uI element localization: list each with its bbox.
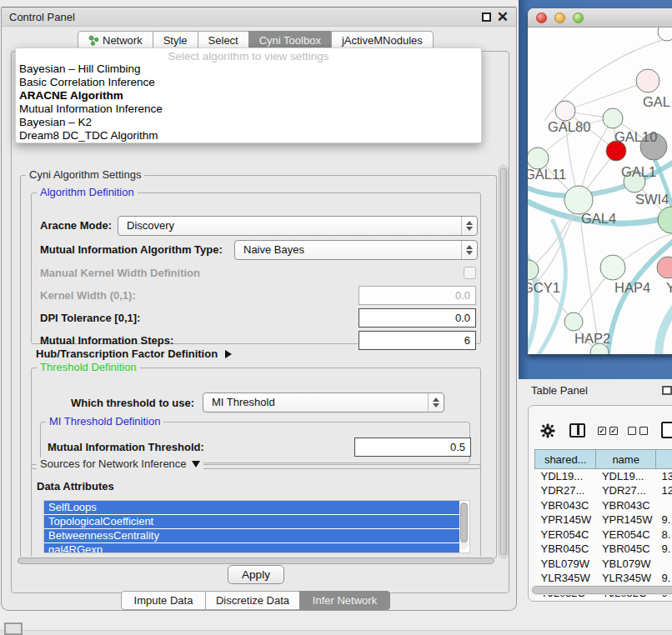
which-threshold-select[interactable]: MI Threshold bbox=[203, 392, 444, 412]
close-traffic-light[interactable] bbox=[536, 12, 547, 23]
gear-icon[interactable] bbox=[540, 423, 555, 438]
table-cell[interactable]: YER054C bbox=[535, 528, 596, 542]
network-node-gal80[interactable] bbox=[555, 101, 575, 121]
data-attribute-item[interactable]: BetweennessCentrality bbox=[44, 529, 459, 542]
table-cell[interactable]: YBR045C bbox=[596, 542, 656, 557]
columns-icon[interactable] bbox=[569, 423, 585, 438]
table-cell[interactable]: YBR043C bbox=[596, 498, 656, 513]
algorithm-option[interactable]: Mutual Information Inference bbox=[16, 102, 481, 116]
sources-group: Sources for Network Inference Data Attri… bbox=[31, 464, 481, 558]
mi-type-select[interactable]: Naive Bayes bbox=[234, 240, 478, 260]
mi-threshold-legend: MI Threshold Definition bbox=[46, 415, 163, 428]
tab-impute-data[interactable]: Impute Data bbox=[121, 591, 206, 610]
network-canvas[interactable]: GALGAL80GAL10GAL11GAL1SWI4GAL4GCY1HAP4YH… bbox=[528, 28, 672, 354]
mi-type-value: Naive Bayes bbox=[243, 243, 304, 256]
float-window-icon[interactable] bbox=[482, 12, 491, 22]
settings-horizontal-scrollbar[interactable] bbox=[17, 557, 495, 565]
zoom-traffic-light[interactable] bbox=[573, 12, 584, 23]
tab-discretize-data[interactable]: Discretize Data bbox=[205, 591, 300, 610]
network-node-hap4[interactable] bbox=[600, 255, 625, 280]
table-cell[interactable]: YPR145W bbox=[535, 512, 596, 528]
data-attribute-item[interactable]: SelfLoops bbox=[44, 501, 459, 514]
dpi-tolerance-field[interactable] bbox=[359, 308, 476, 328]
table-horizontal-scrollbar[interactable] bbox=[530, 585, 672, 595]
table-row[interactable]: YLR345WYLR345W9. bbox=[535, 571, 672, 586]
table-cell[interactable]: YDR27... bbox=[535, 483, 596, 498]
table-row[interactable]: YDR27...YDR27...12 bbox=[535, 483, 672, 498]
mi-steps-field[interactable] bbox=[359, 331, 476, 350]
minimize-traffic-light[interactable] bbox=[554, 12, 565, 23]
mi-threshold-field[interactable] bbox=[354, 438, 471, 457]
algorithm-option[interactable]: Bayesian – K2 bbox=[16, 116, 481, 129]
expander-expanded-icon[interactable] bbox=[192, 461, 200, 468]
column-header-shared[interactable]: shared... bbox=[535, 450, 596, 469]
checked-pair-icon[interactable]: ✓✓ bbox=[598, 427, 618, 435]
data-attribute-item[interactable]: TopologicalCoefficient bbox=[44, 515, 459, 528]
network-node-hap2[interactable] bbox=[564, 312, 583, 331]
network-node[interactable] bbox=[658, 28, 672, 41]
table-cell[interactable]: YDL19... bbox=[535, 469, 596, 484]
network-node-y[interactable] bbox=[657, 257, 672, 278]
threshold-definition-group: Threshold Definition Which threshold to … bbox=[31, 368, 481, 469]
table-panel-card: ✓✓ shared... name YDL19...YDL19...13YDR2… bbox=[528, 405, 672, 602]
column-header-name[interactable]: name bbox=[596, 450, 656, 469]
table-cell[interactable]: 9. bbox=[655, 542, 672, 557]
algorithm-option[interactable]: Bayesian – Hill Climbing bbox=[16, 62, 481, 76]
network-node-gal[interactable] bbox=[636, 69, 659, 92]
apply-button[interactable]: Apply bbox=[228, 565, 284, 584]
table-cell[interactable]: YBR045C bbox=[535, 542, 596, 557]
algorithm-definition-group: Algorithm Definition Aracne Mode: Discov… bbox=[31, 192, 481, 344]
table-cell[interactable]: YDR27... bbox=[596, 483, 656, 498]
table-cell[interactable]: 12 bbox=[655, 483, 672, 498]
table-cell[interactable] bbox=[655, 498, 672, 513]
data-attribute-item[interactable]: gal4RGexp bbox=[44, 543, 459, 553]
kernel-width-label: Kernel Width (0,1): bbox=[40, 289, 136, 302]
table-row[interactable]: YER054CYER054C8. bbox=[535, 528, 672, 542]
table-cell[interactable]: YER054C bbox=[596, 528, 656, 542]
node-label-gal4: GAL4 bbox=[581, 211, 616, 226]
table-row[interactable]: YBL079WYBL079W bbox=[535, 557, 672, 572]
unchecked-pair-icon[interactable] bbox=[628, 427, 648, 435]
table-cell[interactable]: YBR043C bbox=[535, 498, 596, 513]
table-panel-region: Table Panel ✓✓ bbox=[519, 379, 672, 635]
network-node-gal10[interactable] bbox=[603, 108, 623, 128]
table-row[interactable]: YDL19...YDL19...13 bbox=[535, 469, 672, 484]
data-attributes-label: Data Attributes bbox=[37, 480, 114, 492]
table-row[interactable]: YBR043CYBR043C bbox=[535, 498, 672, 513]
aracne-mode-select[interactable]: Discovery bbox=[118, 216, 478, 236]
table-cell[interactable]: 8. bbox=[655, 528, 672, 542]
table-cell[interactable]: YDL19... bbox=[596, 469, 656, 484]
algorithm-option[interactable]: Basic Correlation Inference bbox=[16, 76, 481, 89]
network-node[interactable] bbox=[658, 207, 672, 233]
tab-impute-data-label: Impute Data bbox=[134, 592, 193, 609]
table-cell[interactable]: YLR345W bbox=[596, 571, 656, 586]
node-label-gcy1: GCY1 bbox=[528, 280, 560, 295]
tab-select-label: Select bbox=[208, 32, 238, 49]
table-cell[interactable]: YPR145W bbox=[596, 512, 656, 528]
mi-threshold-label: Mutual Information Threshold: bbox=[48, 441, 204, 453]
table-cell[interactable]: 9. bbox=[655, 512, 672, 528]
node-label-gal1: GAL1 bbox=[621, 164, 656, 179]
minimized-panel-icon[interactable] bbox=[4, 622, 23, 635]
table-cell[interactable]: YBL079W bbox=[535, 557, 596, 572]
algorithm-option[interactable]: ARACNE Algorithm bbox=[16, 89, 481, 102]
algorithm-option[interactable]: Dream8 DC_TDC Algorithm bbox=[16, 129, 481, 142]
table-cell[interactable] bbox=[655, 557, 672, 572]
table-cell[interactable]: YLR345W bbox=[535, 571, 596, 586]
table-cell[interactable]: 9. bbox=[655, 571, 672, 586]
table-cell[interactable]: 13 bbox=[655, 469, 672, 484]
table-row[interactable]: YPR145WYPR145W9. bbox=[535, 512, 672, 528]
settings-vertical-scrollbar[interactable] bbox=[499, 165, 509, 558]
tab-infer-network[interactable]: Infer Network bbox=[299, 591, 390, 610]
table-panel-float-icon[interactable] bbox=[662, 386, 672, 395]
which-threshold-label: Which threshold to use: bbox=[65, 397, 194, 409]
close-icon[interactable]: ✕ bbox=[497, 8, 509, 26]
network-node-gal4[interactable] bbox=[564, 186, 593, 214]
document-icon[interactable] bbox=[661, 422, 672, 438]
hub-definition-expander[interactable]: Hub/Transcription Factor Definition bbox=[36, 348, 232, 360]
column-header-third[interactable] bbox=[655, 450, 672, 469]
attributes-scrollbar[interactable] bbox=[460, 502, 468, 549]
table-cell[interactable]: YBL079W bbox=[596, 557, 656, 572]
data-attributes-list[interactable]: SelfLoopsTopologicalCoefficientBetweenne… bbox=[43, 500, 470, 553]
table-row[interactable]: YBR045CYBR045C9. bbox=[535, 542, 672, 557]
